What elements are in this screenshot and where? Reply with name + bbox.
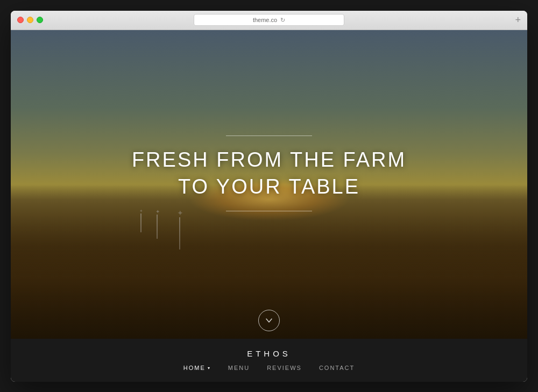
- nav-links: HOME ▾ MENU REVIEWS CONTACT: [183, 365, 355, 371]
- hero-divider-bottom: [226, 211, 312, 211]
- site-title: ETHOS: [247, 349, 291, 358]
- maximize-button[interactable]: [37, 17, 43, 23]
- chevron-down-icon: [265, 317, 273, 324]
- url-text: theme.co: [253, 17, 277, 23]
- hero-title: FRESH FROM THE FARM TO YOUR TABLE: [132, 147, 406, 200]
- scroll-down-button[interactable]: [258, 310, 280, 331]
- dropdown-arrow-icon: ▾: [208, 366, 211, 370]
- browser-content: ✦ ✦ ✦ FRESH FROM THE FARM TO YOUR: [11, 30, 527, 382]
- close-button[interactable]: [17, 17, 24, 23]
- browser-chrome: theme.co ↻ +: [11, 11, 527, 30]
- nav-item-menu[interactable]: MENU: [228, 365, 250, 371]
- address-bar[interactable]: theme.co ↻: [194, 14, 344, 26]
- minimize-button[interactable]: [27, 17, 33, 23]
- refresh-icon[interactable]: ↻: [280, 17, 285, 24]
- new-tab-button[interactable]: +: [515, 15, 521, 26]
- bottom-navbar: ETHOS HOME ▾ MENU REVIEWS CONTACT: [11, 339, 527, 382]
- hero-section: ✦ ✦ ✦ FRESH FROM THE FARM TO YOUR: [11, 30, 527, 339]
- nav-item-reviews[interactable]: REVIEWS: [267, 365, 302, 371]
- hero-divider-top: [226, 136, 312, 136]
- nav-item-contact[interactable]: CONTACT: [319, 365, 355, 371]
- traffic-lights: [17, 17, 43, 23]
- hero-content: FRESH FROM THE FARM TO YOUR TABLE: [11, 30, 527, 339]
- nav-item-home[interactable]: HOME ▾: [183, 365, 211, 371]
- browser-window: theme.co ↻ + ✦ ✦ ✦: [11, 11, 527, 382]
